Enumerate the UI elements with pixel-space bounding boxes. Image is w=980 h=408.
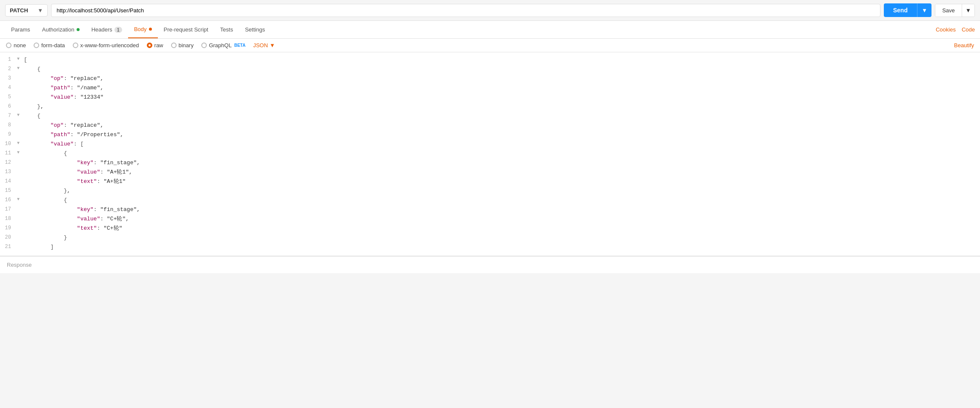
radio-urlencoded[interactable]: x-www-form-urlencoded (73, 42, 139, 49)
tab-tests-label: Tests (220, 26, 233, 33)
line-content: }, (24, 103, 980, 111)
cookies-link[interactable]: Cookies (936, 26, 956, 33)
radio-binary-circle (171, 43, 177, 48)
code-line-6: 6 }, (0, 103, 980, 112)
line-content: { (24, 112, 980, 121)
code-editor[interactable]: 1▼[2▼ {3 "op": "replace",4 "path": "/nam… (0, 52, 980, 256)
radio-binary[interactable]: binary (171, 42, 194, 49)
line-content: "path": "/Properties", (24, 131, 980, 140)
line-number: 11 (0, 149, 17, 157)
radio-raw-circle (147, 43, 152, 48)
method-chevron-icon: ▼ (37, 7, 43, 14)
beautify-button[interactable]: Beautify (954, 42, 974, 49)
line-content: }, (24, 187, 980, 196)
code-link[interactable]: Code (962, 26, 975, 33)
line-number: 1 (0, 56, 17, 64)
method-selector[interactable]: PATCH ▼ (5, 4, 48, 17)
send-dropdown-button[interactable]: ▼ (917, 3, 931, 17)
graphql-beta-badge: BETA (234, 43, 245, 48)
line-toggle[interactable]: ▼ (17, 112, 24, 119)
tab-settings[interactable]: Settings (239, 21, 271, 38)
line-toggle[interactable]: ▼ (17, 140, 24, 147)
line-number: 20 (0, 234, 17, 242)
line-number: 19 (0, 224, 17, 232)
code-line-20: 20 } (0, 234, 980, 243)
line-content: "op": "replace", (24, 74, 980, 83)
line-content: "path": "/name", (24, 84, 980, 93)
tab-body[interactable]: Body (128, 21, 158, 38)
code-line-15: 15 }, (0, 187, 980, 196)
line-number: 13 (0, 168, 17, 176)
line-number: 6 (0, 103, 17, 111)
radio-graphql-circle (201, 43, 207, 48)
tab-headers-label: Headers (91, 26, 112, 33)
line-number: 18 (0, 215, 17, 223)
tab-tests[interactable]: Tests (214, 21, 239, 38)
tab-pre-request-script[interactable]: Pre-request Script (158, 21, 214, 38)
format-chevron-icon: ▼ (270, 42, 275, 49)
line-content: ] (24, 243, 980, 252)
tab-authorization[interactable]: Authorization (36, 21, 86, 38)
radio-none-circle (6, 43, 11, 48)
code-line-7: 7▼ { (0, 112, 980, 121)
save-button-group: Save ▼ (935, 4, 975, 17)
line-content: "value": "12334" (24, 93, 980, 102)
format-label: JSON (253, 42, 268, 49)
line-content: "text": "C+轮" (24, 224, 980, 233)
line-content: "text": "A+轮1" (24, 177, 980, 186)
code-line-1: 1▼[ (0, 56, 980, 65)
radio-raw[interactable]: raw (147, 42, 163, 49)
tabs-bar: Params Authorization Headers 1 Body Pre-… (0, 21, 980, 39)
line-number: 5 (0, 93, 17, 101)
line-number: 3 (0, 74, 17, 83)
tab-headers[interactable]: Headers 1 (86, 21, 128, 38)
line-number: 9 (0, 131, 17, 139)
url-input[interactable] (51, 4, 880, 17)
format-selector[interactable]: JSON ▼ (253, 42, 275, 49)
radio-form-data[interactable]: form-data (34, 42, 65, 49)
line-number: 4 (0, 84, 17, 92)
line-number: 16 (0, 196, 17, 204)
tab-settings-label: Settings (245, 26, 265, 33)
code-line-12: 12 "key": "fin_stage", (0, 159, 980, 168)
radio-binary-label: binary (179, 42, 194, 49)
radio-none-label: none (14, 42, 26, 49)
line-content: } (24, 234, 980, 243)
line-number: 8 (0, 121, 17, 129)
line-toggle[interactable]: ▼ (17, 65, 24, 72)
code-line-21: 21 ] (0, 243, 980, 252)
line-toggle[interactable]: ▼ (17, 149, 24, 156)
line-number: 10 (0, 140, 17, 148)
radio-urlencoded-label: x-www-form-urlencoded (80, 42, 139, 49)
radio-graphql-label: GraphQL (209, 42, 231, 49)
line-content: { (24, 196, 980, 205)
radio-graphql[interactable]: GraphQL BETA (201, 42, 246, 49)
line-number: 12 (0, 159, 17, 167)
save-dropdown-button[interactable]: ▼ (962, 4, 974, 17)
line-content: [ (24, 56, 980, 65)
line-number: 2 (0, 65, 17, 73)
line-toggle[interactable]: ▼ (17, 196, 24, 203)
line-content: { (24, 149, 980, 158)
line-content: "value": "C+轮", (24, 215, 980, 224)
code-line-11: 11▼ { (0, 149, 980, 159)
tab-pre-request-label: Pre-request Script (164, 26, 209, 33)
headers-badge: 1 (114, 27, 122, 33)
radio-form-data-circle (34, 43, 39, 48)
code-line-16: 16▼ { (0, 196, 980, 205)
radio-form-data-label: form-data (41, 42, 65, 49)
body-dot (149, 28, 152, 31)
code-line-18: 18 "value": "C+轮", (0, 215, 980, 224)
save-button[interactable]: Save (935, 4, 962, 17)
code-line-9: 9 "path": "/Properties", (0, 131, 980, 140)
code-line-14: 14 "text": "A+轮1" (0, 177, 980, 187)
line-toggle[interactable]: ▼ (17, 56, 24, 63)
send-button[interactable]: Send (884, 3, 917, 17)
radio-none[interactable]: none (6, 42, 26, 49)
body-type-bar: none form-data x-www-form-urlencoded raw… (0, 39, 980, 52)
line-content: "key": "fin_stage", (24, 205, 980, 214)
tab-params-label: Params (11, 26, 30, 33)
code-line-10: 10▼ "value": [ (0, 140, 980, 149)
line-number: 17 (0, 205, 17, 214)
tab-params[interactable]: Params (5, 21, 36, 38)
